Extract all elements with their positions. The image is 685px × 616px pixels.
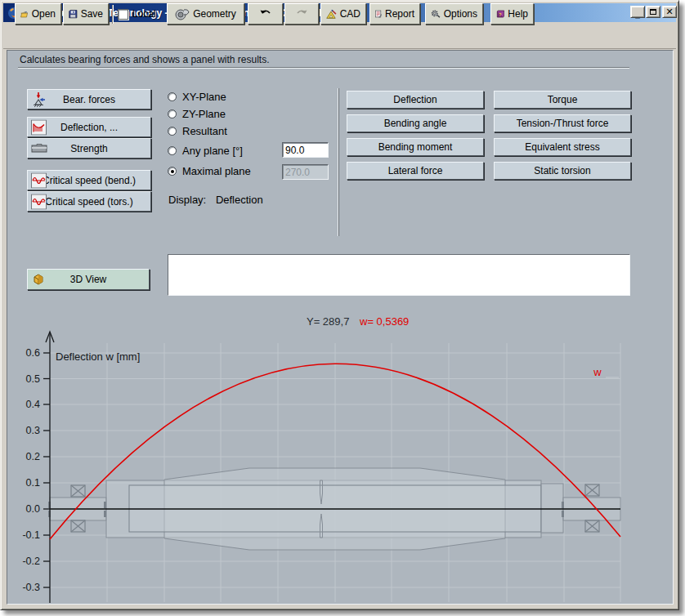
strength-shaft-icon	[31, 142, 47, 155]
radio-resultant-circle[interactable]	[168, 127, 177, 136]
description-text: Calculates bearing forces and shows a pa…	[20, 54, 270, 65]
save-floppy-icon	[69, 8, 78, 20]
bearing-forces-icon	[31, 92, 47, 108]
bear-forces-label: Bear. forces	[63, 94, 115, 105]
options-button[interactable]: Options	[425, 3, 483, 25]
maximal-plane-input	[282, 164, 329, 180]
strength-button[interactable]: Strength	[27, 138, 151, 158]
local-checkbox[interactable]	[118, 9, 128, 20]
critical-speed-tors-label: Critical speed (tors.)	[45, 196, 132, 208]
torque-button[interactable]: Torque	[494, 91, 631, 109]
bending-moment-label: Bending moment	[378, 141, 453, 153]
any-plane-input[interactable]	[282, 142, 329, 158]
maximize-icon	[650, 9, 656, 15]
radio-any-plane-label: Any plane [°]	[182, 145, 243, 157]
critical-speed-tors-icon	[31, 194, 47, 209]
radio-any-plane[interactable]: Any plane [°]	[168, 145, 243, 157]
cad-icon	[326, 8, 337, 20]
display-line: Display: Deflection	[168, 194, 263, 206]
svg-text:0.1: 0.1	[26, 477, 40, 489]
svg-text:?: ?	[499, 11, 502, 16]
radio-xy-plane-label: XY-Plane	[182, 91, 226, 103]
local-checkbox-group: Local	[118, 3, 156, 25]
local-label: Local	[132, 8, 156, 20]
close-button[interactable]: ✕	[662, 6, 677, 18]
legend-w: w	[593, 366, 602, 378]
equivalent-stress-button[interactable]: Equivalent stress	[494, 138, 631, 156]
open-folder-icon	[20, 8, 29, 20]
save-button[interactable]: Save	[63, 3, 109, 25]
radio-zy-plane-circle[interactable]	[168, 109, 177, 118]
radio-zy-plane-label: ZY-Plane	[182, 108, 226, 120]
tension-thrust-label: Tension-/Thrust force	[517, 118, 609, 129]
geometry-label: Geometry	[193, 8, 236, 20]
geometry-shaft-icon	[175, 7, 190, 20]
static-torsion-label: Static torsion	[534, 165, 590, 176]
undo-button[interactable]	[248, 3, 283, 25]
toolbar-separator	[112, 5, 114, 24]
description-divider	[18, 67, 629, 69]
torque-label: Torque	[548, 94, 578, 105]
options-gear-icon	[431, 7, 441, 20]
radio-maximal-plane[interactable]: Maximal plane	[168, 165, 251, 177]
deflection-result-button[interactable]: Deflection	[347, 91, 484, 109]
view-3d-label: 3D View	[70, 274, 106, 285]
help-book-icon: ?	[496, 8, 504, 20]
redo-icon	[295, 9, 308, 20]
help-button[interactable]: ? Help	[490, 3, 534, 25]
display-label: Display:	[168, 194, 206, 206]
deflection-chart: 0.6 0.5 0.4 0.3 0.2 0.1 0.0 -0.1 -0.2 -0…	[0, 325, 685, 608]
cad-button[interactable]: CAD	[320, 3, 366, 25]
shaft-step-right	[541, 484, 563, 533]
svg-text:0.4: 0.4	[26, 399, 40, 410]
y-axis	[43, 332, 54, 603]
redo-button[interactable]	[284, 3, 319, 25]
help-label: Help	[508, 8, 528, 20]
radio-maximal-plane-label: Maximal plane	[182, 165, 251, 177]
deflection-button-label: Deflection, ...	[60, 122, 118, 133]
critical-speed-bend-label: Critical speed (bend.)	[43, 175, 136, 186]
equivalent-stress-label: Equivalent stress	[525, 141, 599, 153]
bear-forces-button[interactable]: Bear. forces	[27, 89, 151, 109]
bending-angle-label: Bending angle	[384, 118, 447, 129]
tension-thrust-button[interactable]: Tension-/Thrust force	[494, 114, 631, 132]
deflection-button[interactable]: Deflection, ...	[27, 117, 151, 137]
minimize-button[interactable]: _	[630, 6, 645, 18]
maximize-button[interactable]	[646, 6, 660, 18]
y-tick-labels: 0.6 0.5 0.4 0.3 0.2 0.1 0.0 -0.1 -0.2 -0…	[22, 347, 40, 593]
critical-speed-tors-button[interactable]: Critical speed (tors.)	[27, 191, 151, 212]
radio-xy-plane-circle[interactable]	[168, 92, 177, 101]
section-divider	[338, 88, 339, 236]
deflection-icon	[31, 119, 47, 135]
static-torsion-button[interactable]: Static torsion	[494, 162, 631, 180]
screenshot-stage: eassistant - GWJ-Technology - Shaft calc…	[0, 0, 685, 616]
lateral-force-label: Lateral force	[388, 165, 443, 176]
view-3d-button[interactable]: 3D View	[27, 269, 150, 290]
svg-text:0.3: 0.3	[26, 425, 40, 436]
cube-3d-icon	[31, 272, 46, 287]
lateral-force-button[interactable]: Lateral force	[347, 162, 484, 180]
svg-text:0.2: 0.2	[26, 451, 40, 462]
display-value: Deflection	[216, 194, 263, 206]
open-button[interactable]: Open	[15, 3, 61, 25]
radio-maximal-plane-circle[interactable]	[168, 167, 177, 176]
report-button[interactable]: Report	[369, 3, 420, 25]
geometry-button[interactable]: Geometry	[167, 3, 244, 25]
bending-angle-button[interactable]: Bending angle	[347, 114, 484, 132]
radio-zy-plane[interactable]: ZY-Plane	[168, 108, 226, 120]
minimize-icon: _	[635, 10, 640, 19]
main-toolbar	[3, 22, 676, 49]
report-icon	[375, 7, 382, 20]
radio-any-plane-circle[interactable]	[168, 146, 177, 155]
radio-resultant[interactable]: Resultant	[168, 125, 227, 137]
bending-moment-button[interactable]: Bending moment	[347, 138, 484, 156]
open-label: Open	[32, 8, 56, 20]
cad-label: CAD	[340, 8, 360, 20]
svg-text:-0.3: -0.3	[22, 582, 40, 593]
critical-speed-bend-button[interactable]: Critical speed (bend.)	[27, 170, 151, 190]
radio-xy-plane[interactable]: XY-Plane	[168, 91, 226, 103]
svg-text:0.6: 0.6	[26, 347, 40, 359]
close-icon: ✕	[665, 7, 673, 17]
svg-text:-0.2: -0.2	[22, 556, 40, 567]
message-textarea[interactable]	[168, 254, 630, 296]
